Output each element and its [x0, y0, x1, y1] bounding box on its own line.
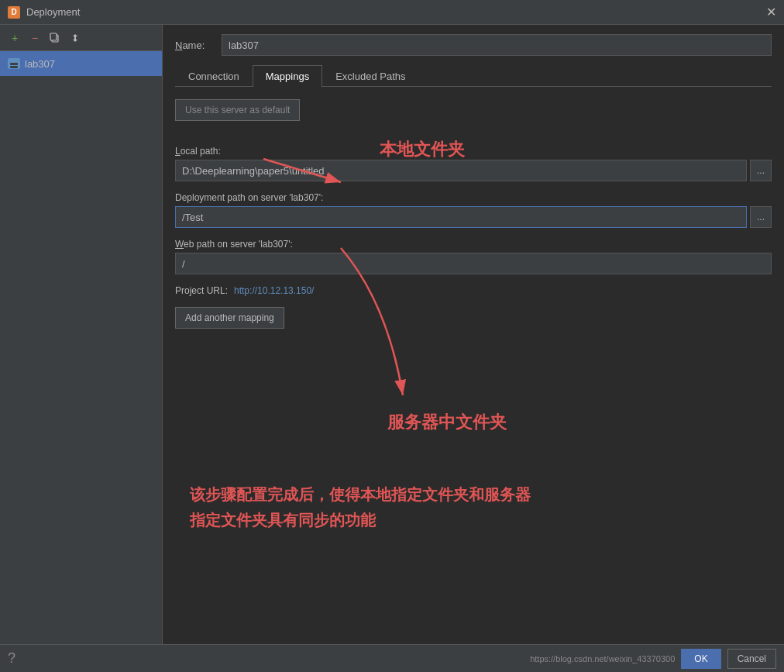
- deployment-path-row: ...: [175, 206, 772, 228]
- cancel-button[interactable]: Cancel: [727, 649, 776, 669]
- local-path-input[interactable]: [175, 160, 747, 181]
- help-button[interactable]: ?: [8, 650, 15, 667]
- name-row: Name:: [175, 34, 772, 56]
- local-path-section: Local path: ...: [175, 146, 772, 181]
- svg-rect-1: [50, 33, 57, 40]
- bottom-url: https://blog.csdn.net/weixin_43370300: [530, 654, 675, 663]
- main-container: + − lab307 Name:: [0, 25, 784, 672]
- project-url-label: Project URL:: [175, 285, 228, 296]
- bottom-bar: ? https://blog.csdn.net/weixin_43370300 …: [0, 644, 784, 672]
- add-mapping-button[interactable]: Add another mapping: [175, 307, 284, 329]
- deployment-path-label: Deployment path on server 'lab307':: [175, 192, 772, 203]
- local-path-browse-button[interactable]: ...: [750, 160, 772, 181]
- deployment-path-browse-button[interactable]: ...: [750, 206, 772, 228]
- bottom-right: https://blog.csdn.net/weixin_43370300 OK…: [530, 649, 776, 669]
- tab-mappings[interactable]: Mappings: [253, 65, 322, 87]
- web-path-label: Web path on server 'lab307':: [175, 239, 772, 250]
- local-path-label: Local path:: [175, 146, 772, 157]
- tab-connection[interactable]: Connection: [175, 65, 253, 87]
- tab-excluded-paths[interactable]: Excluded Paths: [322, 65, 418, 87]
- copy-server-button[interactable]: [46, 29, 64, 47]
- server-item-lab307[interactable]: lab307: [0, 51, 162, 76]
- deployment-path-input[interactable]: [175, 206, 747, 228]
- sidebar: + − lab307: [0, 25, 163, 672]
- web-path-section: Web path on server 'lab307':: [175, 239, 772, 274]
- web-path-row: [175, 253, 772, 274]
- add-server-button[interactable]: +: [6, 29, 23, 47]
- remove-server-button[interactable]: −: [26, 29, 43, 47]
- app-icon: D: [8, 6, 20, 19]
- tabs: Connection Mappings Excluded Paths: [175, 65, 772, 87]
- svg-rect-2: [74, 36, 76, 40]
- server-icon: [8, 58, 20, 69]
- local-path-row: ...: [175, 160, 772, 181]
- sidebar-toolbar: + −: [0, 25, 162, 51]
- default-server-button[interactable]: Use this server as default: [175, 99, 300, 121]
- add-mapping-container: Add another mapping: [175, 307, 772, 329]
- server-item-label: lab307: [25, 58, 55, 70]
- content-area: Name: Connection Mappings Excluded Paths…: [163, 25, 784, 672]
- close-button[interactable]: ✕: [766, 6, 776, 19]
- name-label: Name:: [175, 40, 214, 51]
- title-bar: D Deployment ✕: [0, 0, 784, 25]
- project-url-row: Project URL: http://10.12.13.150/: [175, 285, 772, 296]
- window-title: Deployment: [26, 6, 80, 18]
- name-input[interactable]: [222, 34, 772, 56]
- deployment-path-section: Deployment path on server 'lab307': ...: [175, 192, 772, 228]
- web-path-input[interactable]: [175, 253, 772, 274]
- move-server-button[interactable]: [67, 29, 84, 47]
- project-url-link[interactable]: http://10.12.13.150/: [234, 285, 314, 296]
- ok-button[interactable]: OK: [681, 649, 720, 669]
